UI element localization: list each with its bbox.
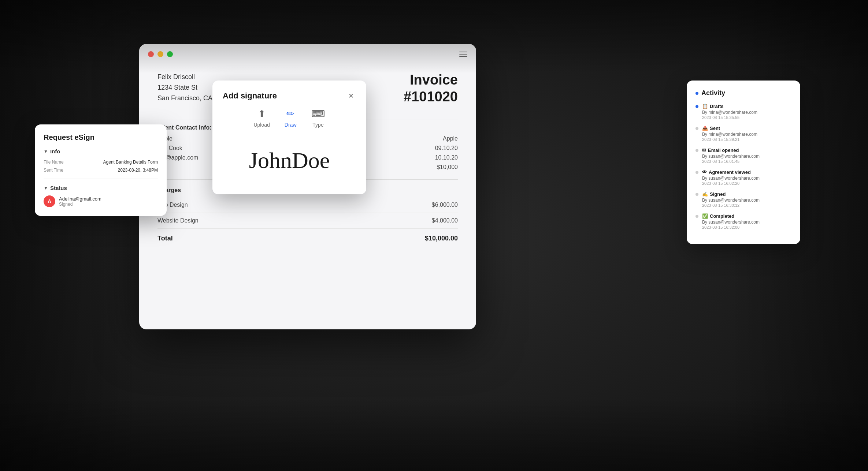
signer-info: Adelina@gmail.com Signed — [59, 196, 101, 207]
info-status-divider — [44, 179, 158, 179]
completed-icon: ✅ — [702, 213, 708, 219]
drafts-event: 📋 Drafts — [702, 104, 757, 109]
signature-text: JohnDoe — [249, 147, 330, 173]
client-right-company: Apple — [443, 135, 458, 142]
activity-item-signed: ✍ Signed By susan@wondershare.com 2023-0… — [695, 191, 791, 208]
activity-title: Activity — [695, 89, 791, 97]
info-arrow: ▼ — [44, 149, 48, 154]
invoice-title-text: Invoice — [404, 72, 458, 89]
activity-info-completed: ✅ Completed By susan@wondershare.com 202… — [702, 213, 760, 229]
tab-upload[interactable]: ⬆ Upload — [253, 108, 270, 128]
modal-tabs: ⬆ Upload ✏ Draw ⌨ Type — [223, 108, 356, 128]
sent-by: By mina@wondershare.com — [702, 132, 757, 137]
completed-by: By susan@wondershare.com — [702, 220, 760, 225]
total-row: Total $10,000.00 — [157, 229, 458, 248]
charge-amount-1: $6,000.00 — [432, 202, 458, 208]
signer-email: Adelina@gmail.com — [59, 196, 101, 202]
agreement-viewed-event: 👁 Agreement viewed — [702, 169, 760, 175]
completed-event: ✅ Completed — [702, 213, 760, 219]
activity-info-sent: 📤 Sent By mina@wondershare.com 2023-08-1… — [702, 126, 757, 142]
sent-icon: 📤 — [702, 126, 708, 131]
status-item: A Adelina@gmail.com Signed — [44, 195, 158, 207]
menu-icon[interactable] — [459, 52, 467, 57]
close-button[interactable] — [148, 51, 154, 57]
sent-time: 2023-08-15 15:39:21 — [702, 137, 757, 142]
signed-icon: ✍ — [702, 191, 708, 197]
sent-time-value: 2023-08-20, 3:48PM — [118, 168, 158, 173]
agreement-viewed-by: By susan@wondershare.com — [702, 176, 760, 181]
activity-info-drafts: 📋 Drafts By mina@wondershare.com 2023-08… — [702, 104, 757, 120]
minimize-button[interactable] — [157, 51, 163, 57]
tab-type[interactable]: ⌨ Type — [311, 108, 325, 128]
modal-header: Add signature ✕ — [223, 91, 356, 101]
email-opened-by: By susan@wondershare.com — [702, 154, 760, 159]
charge-name-2: Website Design — [157, 217, 199, 224]
completed-label: Completed — [710, 213, 734, 219]
drafts-time: 2023-08-15 15:35:55 — [702, 115, 757, 120]
client-date2: 10.10.20 — [435, 154, 458, 161]
maximize-button[interactable] — [167, 51, 173, 57]
activity-dot-sent — [695, 127, 698, 130]
signer-status: Signed — [59, 202, 101, 207]
tab-draw[interactable]: ✏ Draw — [285, 108, 297, 128]
modal-close-button[interactable]: ✕ — [346, 91, 356, 101]
sent-time-row: Sent Time 2023-08-20, 3:48PM — [44, 168, 158, 173]
menu-bar-2 — [459, 54, 467, 55]
esign-title: Request eSign — [44, 133, 158, 142]
total-label: Total — [157, 235, 173, 242]
activity-title-text: Activity — [701, 89, 725, 97]
signed-time: 2023-08-15 16:30:12 — [702, 203, 760, 208]
activity-item-sent: 📤 Sent By mina@wondershare.com 2023-08-1… — [695, 126, 791, 142]
upload-icon: ⬆ — [258, 108, 266, 120]
signature-modal: Add signature ✕ ⬆ Upload ✏ Draw ⌨ Type J… — [212, 81, 366, 194]
activity-bullet — [695, 92, 698, 95]
client-date1: 09.10.20 — [435, 145, 458, 152]
activity-info-agreement-viewed: 👁 Agreement viewed By susan@wondershare.… — [702, 169, 760, 186]
file-name-value: Agent Banking Details Form — [103, 160, 158, 165]
info-label: Info — [50, 148, 60, 154]
info-section-header: ▼ Info — [44, 148, 158, 154]
agreement-viewed-icon: 👁 — [702, 169, 707, 175]
drafts-icon: 📋 — [702, 104, 708, 109]
signed-by: By susan@wondershare.com — [702, 198, 760, 203]
file-name-row: File Name Agent Banking Details Form — [44, 160, 158, 165]
draw-icon: ✏ — [286, 108, 294, 120]
drafts-label: Drafts — [710, 104, 724, 109]
sent-time-label: Sent Time — [44, 168, 63, 173]
activity-dot-email-opened — [695, 149, 698, 152]
modal-title: Add signature — [223, 91, 277, 101]
esign-panel: Request eSign ▼ Info File Name Agent Ban… — [35, 124, 167, 216]
agreement-viewed-time: 2023-08-15 16:02:20 — [702, 181, 760, 186]
activity-info-signed: ✍ Signed By susan@wondershare.com 2023-0… — [702, 191, 760, 208]
activity-dot-signed — [695, 193, 698, 196]
activity-item-email-opened: ✉ Email opened By susan@wondershare.com … — [695, 147, 791, 164]
client-amount: $10,000 — [437, 164, 458, 171]
menu-bar-3 — [459, 56, 467, 57]
titlebar — [139, 44, 476, 64]
email-opened-time: 2023-08-15 16:01:45 — [702, 159, 760, 164]
signer-avatar: A — [44, 195, 55, 207]
signed-label: Signed — [710, 191, 726, 197]
activity-dot-completed — [695, 215, 698, 218]
status-label: Status — [50, 185, 67, 191]
menu-bar-1 — [459, 52, 467, 52]
scene: Felix Driscoll 1234 State St San Francis… — [0, 0, 868, 471]
activity-dot-agreement-viewed — [695, 171, 698, 174]
signed-event: ✍ Signed — [702, 191, 760, 197]
file-name-label: File Name — [44, 160, 64, 165]
charges-section: Charges App Design $6,000.00 Website Des… — [157, 187, 458, 248]
status-section-header: ▼ Status — [44, 185, 158, 191]
activity-dot-drafts — [695, 105, 698, 108]
activity-item-completed: ✅ Completed By susan@wondershare.com 202… — [695, 213, 791, 229]
email-opened-event: ✉ Email opened — [702, 147, 760, 153]
signature-area: JohnDoe — [223, 137, 356, 184]
draw-label: Draw — [285, 122, 297, 128]
total-amount: $10,000.00 — [425, 235, 458, 242]
invoice-number: #101020 — [404, 89, 458, 105]
agreement-viewed-label: Agreement viewed — [709, 169, 751, 175]
sent-event: 📤 Sent — [702, 126, 757, 131]
sent-label: Sent — [710, 126, 720, 131]
activity-item-agreement-viewed: 👁 Agreement viewed By susan@wondershare.… — [695, 169, 791, 186]
charge-amount-2: $4,000.00 — [432, 217, 458, 224]
activity-info-email-opened: ✉ Email opened By susan@wondershare.com … — [702, 147, 760, 164]
